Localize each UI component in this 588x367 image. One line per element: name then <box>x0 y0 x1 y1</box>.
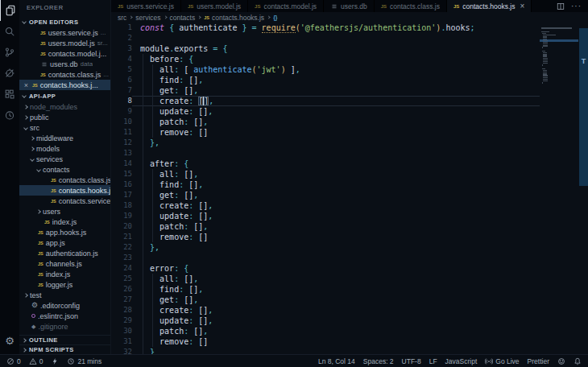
code-line-25[interactable]: 25 all: [], <box>111 274 588 284</box>
code-line-26[interactable]: 26 find: [], <box>111 284 588 295</box>
status-bell[interactable] <box>574 357 582 365</box>
code-line-9[interactable]: 9 update: [], <box>111 106 588 117</box>
tree-folder-test[interactable]: test <box>19 290 110 300</box>
code-line-27[interactable]: 27 get: [], <box>111 295 588 305</box>
tree-folder-src[interactable]: src <box>19 122 110 133</box>
activity-files-icon[interactable] <box>0 0 19 21</box>
tree-file-channels-js[interactable]: JSchannels.js <box>19 258 110 269</box>
code-line-3[interactable]: 3module.exports = { <box>111 43 588 54</box>
code-line-29[interactable]: 29 update: [], <box>111 315 588 326</box>
breadcrumb-item[interactable]: contacts <box>170 14 196 22</box>
status-spaces-2[interactable]: Spaces: 2 <box>363 357 394 365</box>
settings-gear-icon[interactable]: ⚙ <box>0 330 19 351</box>
code-line-31[interactable]: 31 remove: [] <box>111 336 588 347</box>
status-lf[interactable]: LF <box>429 357 437 365</box>
code-line-30[interactable]: 30 patch: [], <box>111 326 588 336</box>
activity-source-control-icon[interactable] <box>0 42 19 63</box>
tree-file-contacts-class-js[interactable]: JScontacts.class.js <box>19 175 110 185</box>
code-line-19[interactable]: 19 update: [], <box>111 211 588 221</box>
tree-folder-services[interactable]: services <box>19 154 110 164</box>
activity-timer-icon[interactable] <box>0 105 19 126</box>
status-error[interactable]: 0 <box>6 357 21 365</box>
code-line-5[interactable]: 5 all: [ authenticate('jwt') ], <box>111 64 588 75</box>
project-section-header[interactable]: API-APP <box>19 90 110 101</box>
more-actions-icon[interactable]: ··· <box>571 2 582 10</box>
split-editor-button[interactable] <box>557 2 565 10</box>
code-line-23[interactable]: 23 <box>111 253 588 263</box>
close-icon[interactable]: × <box>23 81 30 89</box>
tab-users-model-js[interactable]: JSusers.model.js <box>181 0 248 12</box>
tree-file--eslintrc-json[interactable]: .eslintrc.json <box>19 311 110 321</box>
status-ln-8-col-14[interactable]: Ln 8, Col 14 <box>318 357 355 365</box>
tree-file-contacts-hooks-js[interactable]: JScontacts.hooks.js <box>19 185 110 196</box>
code-line-1[interactable]: 1const { authenticate } = require('@feat… <box>111 23 588 33</box>
code-line-28[interactable]: 28 create: [], <box>111 305 588 315</box>
breadcrumb-item[interactable]: src <box>118 14 126 22</box>
open-editor-item[interactable]: users.dbdata <box>19 59 110 69</box>
open-editor-item[interactable]: JSusers.model.jssr... <box>19 38 110 48</box>
close-icon[interactable]: × <box>520 2 524 10</box>
activity-search-icon[interactable] <box>0 21 19 42</box>
status-warning[interactable]: 0 <box>29 357 43 365</box>
open-editor-item[interactable]: JScontacts.model.j... <box>19 48 110 59</box>
code-line-2[interactable]: 2 <box>111 33 588 43</box>
code-line-22[interactable]: 22 }, <box>111 242 588 253</box>
code-line-20[interactable]: 20 patch: [], <box>111 221 588 232</box>
code-line-21[interactable]: 21 remove: [] <box>111 232 588 242</box>
code-line-24[interactable]: 24 error: { <box>111 263 588 274</box>
tree-file-authentication-js[interactable]: JSauthentication.js <box>19 248 110 258</box>
tree-file-app-js[interactable]: JSapp.js <box>19 237 110 248</box>
open-editors-header[interactable]: OPEN EDITORS <box>19 16 110 27</box>
overview-ruler[interactable]: T <box>579 28 588 186</box>
status-lightning[interactable] <box>51 357 59 365</box>
status-history[interactable]: 21 mins <box>67 357 101 365</box>
tree-file--editorconfig[interactable]: ⚙.editorconfig <box>19 300 110 311</box>
open-editor-item[interactable]: JSusers.service.js... <box>19 27 110 38</box>
tree-file-contacts-service-js[interactable]: JScontacts.service.js <box>19 196 110 206</box>
status-javascript[interactable]: JavaScript <box>445 357 478 365</box>
tree-folder-contacts[interactable]: contacts <box>19 164 110 175</box>
activity-extensions-icon[interactable] <box>0 84 19 105</box>
tree-folder-models[interactable]: models <box>19 143 110 154</box>
code-line-6[interactable]: 6 find: [], <box>111 75 588 85</box>
breadcrumb-item[interactable]: JScontacts.hooks.js <box>204 14 264 22</box>
code-line-7[interactable]: 7 get: [], <box>111 85 588 96</box>
tree-folder-middleware[interactable]: middleware <box>19 133 110 143</box>
breadcrumb[interactable]: srcservicescontactsJScontacts.hooks.js{} <box>111 12 588 23</box>
tab-contacts-model-js[interactable]: JScontacts.model.js <box>248 0 324 12</box>
tree-file-index-js[interactable]: JSindex.js <box>19 216 110 227</box>
tree-folder-node-modules[interactable]: node_modules <box>19 101 110 112</box>
status-smiley[interactable] <box>557 357 565 365</box>
tab-users-db[interactable]: users.db <box>324 0 375 12</box>
code-line-10[interactable]: 10 patch: [], <box>111 117 588 127</box>
tab-contacts-class-js[interactable]: JScontacts.class.js <box>375 0 447 12</box>
code-line-16[interactable]: 16 find: [], <box>111 179 588 190</box>
section-outline[interactable]: OUTLINE <box>19 335 110 344</box>
tab-contacts-hooks-js[interactable]: JScontacts.hooks.js× <box>447 0 532 12</box>
tree-file-logger-js[interactable]: JSlogger.js <box>19 279 110 290</box>
code-line-4[interactable]: 4 before: { <box>111 54 588 64</box>
code-line-8[interactable]: 8 create: [], <box>111 96 588 106</box>
open-editor-item[interactable]: JScontacts.class.js... <box>19 69 110 80</box>
tab-users-service-js[interactable]: JSusers.service.js <box>111 0 181 12</box>
breadcrumb-item[interactable]: {} <box>273 14 280 20</box>
tree-file-app-hooks-js[interactable]: JSapp.hooks.js <box>19 227 110 237</box>
status-prettier[interactable]: Prettier <box>528 357 549 365</box>
code-line-17[interactable]: 17 get: [], <box>111 190 588 200</box>
breadcrumb-item[interactable]: services <box>135 14 160 22</box>
tree-file--gitignore[interactable]: ◆.gitignore <box>19 321 110 332</box>
section-npm-scripts[interactable]: NPM SCRIPTS <box>19 344 110 354</box>
status-utf-8[interactable]: UTF-8 <box>402 357 421 365</box>
status-broadcast[interactable]: Go Live <box>485 357 519 365</box>
tree-folder-public[interactable]: public <box>19 112 110 122</box>
code-line-13[interactable]: 13 <box>111 148 588 159</box>
code-editor[interactable]: 1const { authenticate } = require('@feat… <box>111 23 588 354</box>
code-line-12[interactable]: 12 }, <box>111 138 588 148</box>
activity-debug-icon[interactable] <box>0 63 19 84</box>
minimap[interactable] <box>541 27 577 84</box>
code-line-32[interactable]: 32 } <box>111 347 588 354</box>
tree-file-index-js[interactable]: JSindex.js <box>19 269 110 279</box>
code-line-18[interactable]: 18 create: [], <box>111 200 588 211</box>
tree-folder-users[interactable]: users <box>19 206 110 216</box>
code-line-14[interactable]: 14 after: { <box>111 159 588 169</box>
